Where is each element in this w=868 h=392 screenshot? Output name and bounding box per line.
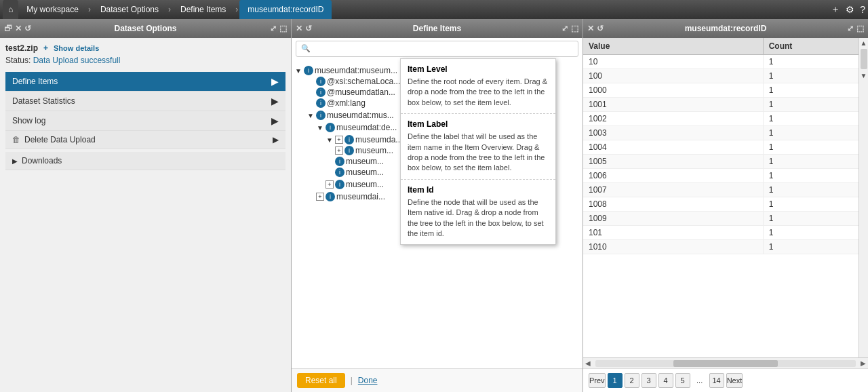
page-14-button[interactable]: 14 (709, 373, 724, 388)
table-cell-value: 1005 (583, 155, 764, 168)
table-row[interactable]: 1001 1 (583, 98, 859, 112)
close-icon-middle[interactable]: ✕ (296, 24, 302, 33)
status-value: Data Upload successfull (33, 56, 121, 65)
menu-arrow-show-log: ▶ (271, 115, 279, 126)
nav-item-recordid[interactable]: museumdat:recordID (239, 0, 332, 19)
right-panel-title: museumdat:recordID (685, 24, 767, 33)
horiz-scroll-thumb (673, 360, 778, 367)
expand-box-museum1[interactable]: + (335, 146, 343, 155)
expand-icon-middle[interactable]: ⤢ (561, 24, 568, 33)
table-row[interactable]: 100 1 (583, 69, 859, 83)
trash-icon: 🗑 (12, 135, 20, 144)
close-icon-left[interactable]: ✕ (15, 24, 22, 33)
expand-icon-right[interactable]: ⤢ (847, 24, 854, 33)
table-row[interactable]: 1000 1 (583, 83, 859, 98)
middle-panel-titlebar: ✕ ↺ Define Items ⤢ ⬚ (292, 19, 583, 38)
menu-item-dataset-statistics[interactable]: Dataset Statistics ▶ (5, 92, 285, 111)
popout-icon-left[interactable]: ⬚ (279, 24, 287, 33)
show-details-plus: + (43, 43, 48, 53)
expand-box-museum-expand[interactable]: + (326, 180, 334, 189)
table-row[interactable]: 1007 1 (583, 183, 859, 197)
horiz-scroll-track[interactable] (595, 360, 856, 367)
expand-box-museumdai[interactable]: + (316, 193, 324, 201)
table-row[interactable]: 1009 1 (583, 212, 859, 226)
table-cell-value: 1003 (583, 126, 764, 140)
tree-label-xsi: @xsi:schemaLoca... (327, 77, 400, 86)
scroll-right-arrow[interactable]: ▶ (859, 359, 868, 367)
close-icon-right[interactable]: ✕ (587, 24, 594, 33)
file-title-row: test2.zip + Show details (5, 43, 285, 53)
table-row[interactable]: 1010 1 (583, 240, 859, 254)
file-name: test2.zip (5, 43, 38, 53)
table-row[interactable]: 1008 1 (583, 197, 859, 212)
table-cell-count: 1 (764, 140, 859, 154)
refresh-icon-right[interactable]: ↺ (597, 24, 604, 33)
table-row[interactable]: 1004 1 (583, 140, 859, 155)
table-scroll[interactable]: 10 1 100 1 1000 1 1001 1 1002 1 1003 1 1… (583, 55, 859, 357)
help-icon[interactable]: ? (860, 4, 865, 15)
gear-icon[interactable]: ⚙ (846, 4, 854, 15)
scroll-up-arrow[interactable]: ▲ (859, 38, 869, 47)
page-5-button[interactable]: 5 (675, 373, 690, 388)
scroll-down-arrow[interactable]: ▼ (859, 71, 869, 80)
table-row[interactable]: 1003 1 (583, 126, 859, 140)
next-button[interactable]: Next (726, 373, 743, 388)
info-icon-museum1: i (344, 146, 354, 155)
table-cell-value: 1002 (583, 112, 764, 125)
menu-item-show-log[interactable]: Show log ▶ (5, 111, 285, 131)
popout-icon-right[interactable]: ⬚ (856, 24, 864, 33)
left-content: test2.zip + Show details Status: Data Up… (0, 38, 291, 392)
page-2-button[interactable]: 2 (625, 373, 639, 388)
table-cell-value: 100 (583, 69, 764, 83)
top-nav-actions: ＋ ⚙ ? (831, 3, 865, 16)
scroll-thumb[interactable] (861, 49, 867, 69)
prev-button[interactable]: Prev (589, 373, 606, 388)
menu-item-define-items[interactable]: Define Items ▶ (5, 72, 285, 92)
table-cell-value: 1007 (583, 183, 764, 197)
right-panel-right-icons: ⤢ ⬚ (847, 24, 864, 33)
table-cell-count: 1 (764, 55, 859, 68)
nav-item-workspace[interactable]: My workspace (18, 0, 87, 19)
table-row[interactable]: 1002 1 (583, 112, 859, 126)
home-nav-item[interactable]: ⌂ (3, 0, 18, 19)
refresh-icon-left[interactable]: ↺ (24, 24, 31, 33)
restore-icon[interactable]: 🗗 (4, 24, 12, 33)
expand-icon-left[interactable]: ⤢ (270, 24, 277, 33)
table-row[interactable]: 1005 1 (583, 155, 859, 169)
middle-panel-left-icons: ✕ ↺ (296, 24, 312, 33)
popout-icon-middle[interactable]: ⬚ (571, 24, 578, 33)
popup-section-item-level: Item Level Define the root node of every… (401, 59, 555, 114)
delete-data-upload-item[interactable]: 🗑 Delete Data Upload ▶ (5, 131, 285, 149)
scroll-left-arrow[interactable]: ◀ (583, 359, 593, 367)
right-panel: ✕ ↺ museumdat:recordID ⤢ ⬚ Value Count 1… (583, 19, 868, 392)
page-4-button[interactable]: 4 (658, 373, 673, 388)
table-cell-value: 1008 (583, 197, 764, 211)
refresh-icon-middle[interactable]: ↺ (305, 24, 312, 33)
tree-toggle-root[interactable]: ▼ (294, 67, 302, 75)
show-details-link[interactable]: Show details (54, 44, 99, 52)
table-cell-value: 1006 (583, 169, 764, 182)
table-cell-count: 1 (764, 112, 859, 125)
left-panel-title: Dataset Options (114, 24, 176, 33)
page-3-button[interactable]: 3 (642, 373, 656, 388)
tree-label-museum3: museum... (346, 168, 384, 177)
info-icon-museum-expand: i (335, 180, 344, 189)
table-row[interactable]: 101 1 (583, 226, 859, 240)
nav-item-define-items[interactable]: Define Items (172, 0, 234, 19)
done-button[interactable]: Done (358, 376, 378, 385)
page-1-button[interactable]: 1 (608, 373, 623, 388)
table-row[interactable]: 10 1 (583, 55, 859, 69)
info-icon-root: i (304, 66, 313, 75)
nav-label-dataset-options: Dataset Options (100, 5, 159, 14)
add-icon[interactable]: ＋ (831, 3, 840, 16)
left-panel-right-icons: ⤢ ⬚ (270, 24, 287, 33)
nav-item-dataset-options[interactable]: Dataset Options (92, 0, 167, 19)
table-row[interactable]: 1006 1 (583, 169, 859, 183)
reset-all-button[interactable]: Reset all (297, 373, 345, 388)
right-table-layout: Value Count 10 1 100 1 1000 1 1001 1 100… (583, 38, 868, 357)
delete-data-label: Delete Data Upload (24, 135, 96, 144)
search-input[interactable] (296, 41, 578, 57)
info-icon-museumdat-de: i (326, 123, 335, 132)
expand-box-museumda[interactable]: + (335, 136, 343, 144)
downloads-item[interactable]: ▶ Downloads (5, 152, 285, 170)
